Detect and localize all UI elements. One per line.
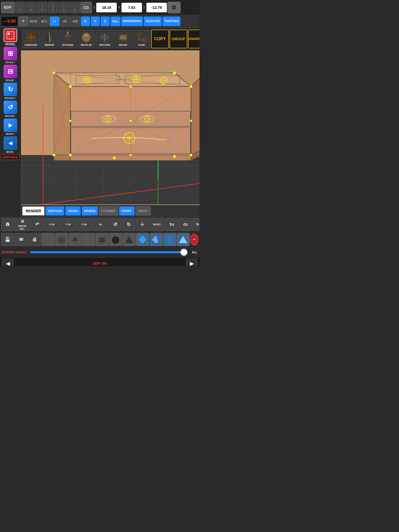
scale-minus-button[interactable]: ⊟ [4, 65, 17, 78]
rotate-plus-button[interactable]: ↻ [4, 83, 17, 96]
move-icon-button[interactable]: ⊹ [136, 218, 149, 231]
cg-button[interactable]: CG [81, 2, 92, 13]
move-z-pos-button[interactable]: ↗ Z [70, 2, 80, 13]
x-up-button[interactable]: X UP [44, 218, 60, 231]
revolve-button[interactable]: REVOLVE [77, 30, 95, 48]
erase-sel-button[interactable]: ✕ ERASE SEL. [15, 218, 30, 231]
svg-point-76 [190, 154, 192, 157]
recycle-button[interactable]: ♻ [1, 218, 14, 231]
shape-diamond2-button[interactable] [150, 233, 163, 246]
mult-001-button[interactable]: x0.01 [28, 16, 38, 26]
recycle-icon: ♻ [5, 222, 10, 227]
mult-01-button[interactable]: x0.1 [39, 16, 49, 26]
svg-marker-123 [165, 235, 174, 244]
rev-spin-button[interactable]: REV.SPIN [96, 30, 114, 48]
shape-diamond3-button[interactable] [163, 233, 176, 246]
group-button[interactable]: GROUP [170, 30, 187, 48]
axis-x-filter-button[interactable]: X [81, 16, 90, 26]
shape-flat2-button[interactable] [69, 233, 82, 246]
edit-button[interactable]: EDIT [1, 2, 15, 13]
vertices-button[interactable]: VERTICES [45, 206, 64, 216]
add-face-button[interactable]: ADD FACE [1, 154, 20, 160]
copy-button[interactable]: COPY [151, 30, 169, 48]
move-plus-button[interactable]: ▶ [4, 118, 17, 132]
extrude-button[interactable]: EXTRUDE [59, 30, 77, 48]
scale-plus-button[interactable]: ⊞ [4, 47, 17, 60]
rotate-minus-button[interactable]: ↺ [4, 101, 17, 114]
render-button[interactable]: RENDER [22, 206, 45, 216]
move-y-neg-button[interactable]: ↓ Y [37, 2, 47, 13]
svg-point-16 [84, 34, 88, 36]
axis-y-filter-button[interactable]: Y [91, 16, 100, 26]
z-coord-input[interactable] [146, 3, 167, 12]
mirror-button[interactable]: MIRROR [41, 30, 58, 48]
move-y-pos-button[interactable]: ↑ Y [48, 2, 58, 13]
svg-rect-21 [120, 35, 126, 39]
remove-button[interactable]: − [190, 234, 198, 245]
back-button[interactable]: BACK [135, 206, 151, 216]
second-toolbar: —5.00 + x0.01 x0.1 x1 x3 x15 X Y Z ALL I… [0, 15, 200, 28]
y-coord-input[interactable] [121, 3, 142, 12]
together-mode-button[interactable]: TOGETHER [162, 16, 181, 26]
axis-z-filter-button[interactable]: Z [101, 16, 110, 26]
shape-dark-sphere-button[interactable] [109, 233, 122, 246]
undo2-button[interactable]: ↺ [109, 218, 122, 231]
move-x-pos-button[interactable]: → X [26, 2, 36, 13]
ungroup-button[interactable]: UNGROUP [188, 30, 200, 48]
svg-point-73 [190, 85, 192, 88]
rot-y-button[interactable]: ↻y [192, 218, 200, 231]
save-button[interactable]: 💾 [1, 233, 14, 246]
model-button[interactable] [4, 29, 17, 42]
viewport[interactable] [21, 50, 200, 205]
shape-diamond1-button[interactable] [136, 233, 149, 246]
shape-cone-button[interactable] [123, 233, 136, 246]
move-z-neg-button[interactable]: ↙ Z [59, 2, 69, 13]
mult-3-button[interactable]: x3 [60, 16, 70, 26]
svg-marker-14 [67, 32, 69, 32]
faces-button[interactable]: FACES [65, 206, 81, 216]
move-minus-button[interactable]: ◀ [4, 136, 17, 150]
pointer-radius-label: POINTER RADIUS [2, 251, 28, 254]
mult-15-button[interactable]: x15 [70, 16, 80, 26]
redo-button[interactable]: ↻ [122, 218, 135, 231]
shape-flat-button[interactable] [42, 233, 55, 246]
slider-thumb[interactable] [180, 249, 188, 256]
independent-mode-button[interactable]: INDEPENDENT [121, 16, 143, 26]
shape-sphere-button[interactable] [55, 233, 68, 246]
cylinder-button[interactable]: CYLINDER [99, 206, 118, 216]
model-label: MODEL [5, 43, 16, 46]
redo-icon: ↻ [127, 222, 131, 227]
svg-point-85 [173, 155, 176, 158]
pointer-radius-slider[interactable] [30, 250, 188, 255]
print-button[interactable]: 🖨 [28, 233, 41, 246]
reset-button[interactable]: RESET [149, 218, 165, 231]
x-coord-input[interactable] [96, 3, 117, 12]
left-panel: MODEL ⊞ SCALE + ⊟ SCALE - ↻ ROTATE + ↺ R… [0, 28, 21, 217]
shape-box-button[interactable] [96, 233, 109, 246]
front-button[interactable]: FRONT [119, 206, 135, 216]
plus-button[interactable]: + [18, 16, 28, 26]
undo-button[interactable]: ↶ [31, 218, 44, 231]
settings-button[interactable]: ⚙ [168, 2, 181, 13]
sphere-button[interactable]: SPHERE [82, 206, 98, 216]
rot-z-button[interactable]: ↻z [165, 218, 178, 231]
selected-mode-button[interactable]: SELECTED [144, 16, 162, 26]
z-up-button[interactable]: Z UP [76, 218, 92, 231]
y-up-button[interactable]: Y UP [60, 218, 76, 231]
x-coord-label: X [93, 5, 95, 9]
nav-right-button[interactable]: ▶ [186, 259, 197, 266]
mult-1-button[interactable]: x1 [50, 16, 59, 26]
rev-bf-button[interactable]: REV.BF [114, 30, 132, 48]
email-button[interactable]: ✉ [15, 233, 28, 246]
rot-z2-button[interactable]: ↺z [179, 218, 192, 231]
rot-z-icon: ↻z [169, 222, 174, 227]
vlink-button[interactable]: VLINK [133, 30, 150, 48]
all-label: ALL [190, 251, 197, 254]
move-x-neg-button[interactable]: ← X [15, 2, 25, 13]
axis-all-filter-button[interactable]: ALL [110, 16, 121, 26]
3d-button[interactable]: 3D [92, 218, 108, 231]
shape-wedge-button[interactable] [82, 233, 95, 246]
shape-triangle-button[interactable] [177, 233, 190, 246]
nav-left-button[interactable]: ◀ [2, 259, 14, 266]
subdivide-button[interactable]: SUBDIVIDE [22, 30, 40, 48]
